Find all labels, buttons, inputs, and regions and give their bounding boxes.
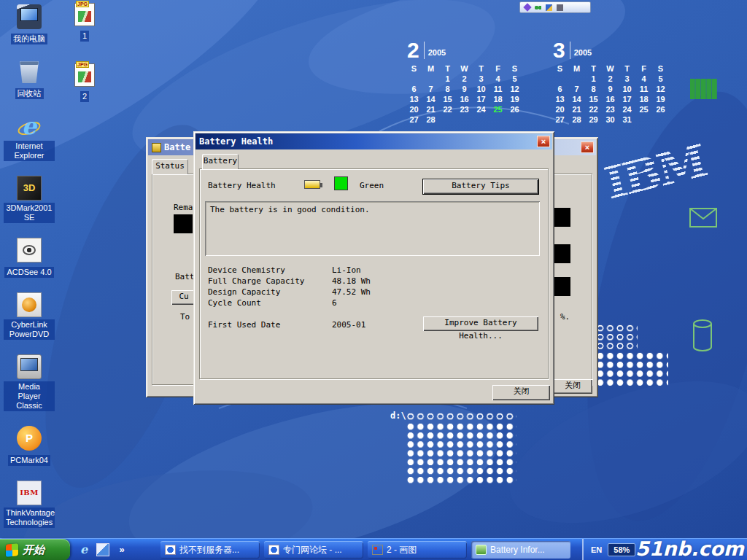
- desktop-file-2[interactable]: 2: [64, 63, 105, 102]
- close-button[interactable]: 关闭: [492, 385, 550, 400]
- calendar-day-header: F: [489, 64, 506, 74]
- language-bar[interactable]: [519, 1, 591, 13]
- condition-textbox[interactable]: The battery is in good condition.: [205, 201, 540, 256]
- desktop-icon-mpc[interactable]: Media Player Classic: [4, 354, 55, 411]
- calendar-date: 23: [602, 105, 619, 115]
- calendar-date: [489, 115, 506, 125]
- task-button[interactable]: Battery Infor...: [471, 541, 570, 559]
- calculator-grid-icon: [690, 79, 717, 99]
- calendar-date: 1: [585, 74, 602, 85]
- battery-detail-row: Design Capacity47.52 Wh: [208, 284, 529, 295]
- desktop-icon-recycle-bin[interactable]: 回收站: [4, 59, 55, 99]
- show-desktop-icon[interactable]: [96, 543, 109, 556]
- calendar-date: 10: [473, 85, 489, 95]
- battery-icon: [304, 180, 320, 189]
- calendar-day-header: S: [406, 64, 422, 74]
- watermark-bold: 51nb: [635, 537, 691, 560]
- desktop-icon-acdsee[interactable]: ACDSee 4.0: [4, 238, 55, 278]
- calendar-date: 17: [473, 95, 489, 105]
- watermark: 51nb.com: [635, 538, 744, 560]
- calendar-date: 29: [585, 115, 602, 125]
- pen-icon[interactable]: [546, 4, 552, 11]
- calendar-date: 12: [652, 85, 669, 95]
- calendar-date: 4: [489, 74, 506, 85]
- desktop-file-1[interactable]: 1: [64, 3, 105, 42]
- desktop-icon-thinkvantage[interactable]: ThinkVantage Technologies: [4, 481, 55, 528]
- desktop-icon-label: 3DMark2001 SE: [4, 203, 55, 223]
- calendar-date: 11: [489, 85, 506, 95]
- language-indicator[interactable]: EN: [591, 545, 602, 554]
- dot-pattern-rings: [406, 412, 516, 421]
- close-icon[interactable]: ×: [537, 136, 550, 147]
- grid-icon[interactable]: [557, 4, 563, 11]
- pcmark-icon: [17, 426, 42, 451]
- task-button-label: 2 - 画图: [387, 544, 417, 556]
- task-button[interactable]: 2 - 画图: [368, 541, 467, 559]
- calendar-date: 14: [568, 95, 585, 105]
- field-value: 2005-01: [332, 320, 365, 330]
- calendar-day-header: S: [506, 64, 523, 74]
- calendar-day-header: M: [568, 64, 585, 74]
- desktop-icon-powerdvd[interactable]: CyberLink PowerDVD: [4, 292, 55, 340]
- battery-indicator[interactable]: 58%: [608, 543, 635, 556]
- desktop-icon-internet-explorer[interactable]: Internet Explorer: [4, 114, 55, 161]
- diamond-icon[interactable]: [523, 3, 531, 11]
- calendar-date: 3: [473, 74, 489, 85]
- calendar-date: 19: [506, 95, 523, 105]
- improve-battery-health-button[interactable]: Improve Battery Health...: [423, 316, 538, 331]
- battery-detail-row: Device ChemistryLi-Ion: [208, 262, 529, 273]
- start-button[interactable]: 开始: [0, 539, 70, 560]
- calendar-date: 5: [506, 74, 523, 85]
- calendar-february: 2 2005 SMTWTFS12345678910111213141516171…: [406, 39, 530, 125]
- desktop-icon-label: 回收站: [15, 88, 44, 99]
- calendar-date: 9: [456, 85, 473, 95]
- calendar-date: [473, 115, 489, 125]
- calendar-date: 23: [456, 105, 473, 115]
- task-button[interactable]: 找不到服务器...: [160, 541, 260, 559]
- calendar-date: 4: [635, 74, 652, 85]
- battery-tips-button[interactable]: Battery Tips: [423, 179, 538, 194]
- calendar-month: 3: [553, 39, 565, 61]
- ibm-logo: IBM: [600, 129, 733, 211]
- calendar-date: 28: [422, 115, 439, 125]
- calendar-date: 3: [619, 74, 635, 85]
- calendar-date: 12: [506, 85, 523, 95]
- desktop-icon-label: PCMark04: [8, 455, 50, 466]
- desktop-icon-my-computer[interactable]: 我的电脑: [4, 4, 55, 44]
- tab-status[interactable]: Status: [152, 159, 188, 174]
- calendar-date: 1: [439, 74, 456, 85]
- task-button[interactable]: 专门网论坛 - ...: [264, 541, 363, 559]
- dots-icon[interactable]: [535, 4, 541, 11]
- calendar-march: 3 2005 SMTWTFS12345678910111213141516171…: [551, 39, 676, 125]
- calendar-grid: SMTWTFS123456789101112131415161718192021…: [406, 64, 530, 125]
- desktop-icon-3dmark[interactable]: 3DMark2001 SE: [4, 176, 55, 223]
- calendar-date: 22: [439, 105, 456, 115]
- internet-explorer-icon[interactable]: e: [77, 543, 90, 556]
- mpc-icon: [17, 354, 42, 379]
- dialog-titlebar[interactable]: Battery Health ×: [196, 133, 552, 149]
- calendar-date: 13: [551, 95, 568, 105]
- chevron-more-icon[interactable]: »: [115, 543, 128, 556]
- calendar-date: 17: [619, 95, 635, 105]
- close-icon[interactable]: ×: [581, 141, 594, 153]
- current-button[interactable]: Cu: [171, 290, 196, 305]
- dialog-title: Battery Health: [199, 136, 537, 147]
- dot-pattern-filled: [595, 351, 668, 388]
- calendar-date: 2: [602, 74, 619, 85]
- desktop-icon-label: Media Player Classic: [4, 381, 55, 411]
- battery-health-dialog: Battery Health × Battery Battery Health …: [193, 131, 554, 405]
- desktop-icon-label: ACDSee 4.0: [4, 267, 53, 278]
- 3dmark-icon: [17, 176, 42, 201]
- calendar-year: 2005: [574, 48, 592, 57]
- desktop-icon-list: 我的电脑回收站Internet Explorer3DMark2001 SEACD…: [4, 4, 55, 528]
- calendar-separator: [570, 42, 570, 59]
- tab-battery[interactable]: Battery: [202, 154, 239, 169]
- task-button-list: 找不到服务器...专门网论坛 - ...2 - 画图Battery Infor.…: [160, 541, 570, 559]
- close-button[interactable]: 关闭: [553, 379, 592, 394]
- calendar-date: 22: [585, 105, 602, 115]
- desktop-file-list: 12: [64, 3, 105, 102]
- calendar-date: [568, 74, 585, 85]
- calendar-day-header: S: [652, 64, 669, 74]
- dot-pattern-rings: [595, 324, 638, 351]
- desktop-icon-pcmark[interactable]: PCMark04: [4, 426, 55, 466]
